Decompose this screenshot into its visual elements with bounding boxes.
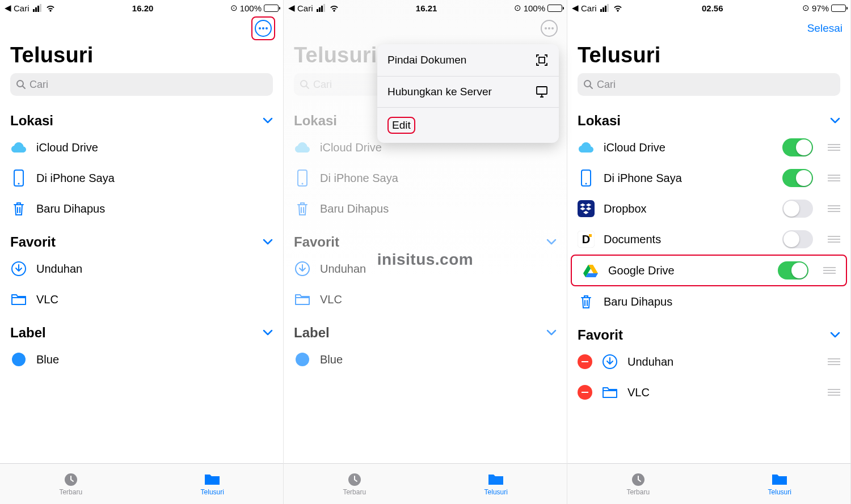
signal-icon (33, 4, 41, 12)
section-lokasi-header[interactable]: Lokasi (567, 103, 850, 132)
row-unduhan[interactable]: Unduhan (0, 253, 283, 284)
back-app-label[interactable]: Cari (581, 3, 597, 13)
back-app-label[interactable]: Cari (297, 3, 313, 13)
folder-tab-icon (487, 472, 504, 487)
toggle-iphone[interactable] (782, 169, 813, 187)
gdrive-icon (582, 262, 599, 279)
search-placeholder: Cari (30, 79, 48, 91)
screen-3: ◀ Cari 02.56 ⊙ 97% Selesai Telusuri Cari… (567, 0, 851, 504)
drag-handle-icon[interactable] (828, 175, 840, 181)
search-placeholder: Cari (313, 79, 332, 91)
toggle-gdrive[interactable] (778, 261, 808, 279)
iphone-icon (10, 170, 27, 187)
row-vlc[interactable]: VLC (0, 284, 283, 315)
row-tag-blue[interactable]: Blue (0, 344, 283, 375)
tab-terbaru[interactable]: Terbaru (284, 464, 426, 504)
section-lokasi-header[interactable]: Lokasi (0, 103, 283, 132)
row-icloud[interactable]: iCloud Drive (567, 132, 850, 163)
navbar (284, 16, 567, 41)
drag-handle-icon[interactable] (828, 389, 840, 396)
trash-icon (578, 293, 595, 310)
section-favorit-header[interactable]: Favorit (0, 224, 283, 253)
row-dropbox[interactable]: Dropbox (567, 193, 850, 224)
remove-button[interactable] (578, 385, 592, 400)
chevron-down-icon (263, 117, 273, 124)
chevron-down-icon (546, 329, 557, 336)
svg-point-9 (302, 183, 304, 185)
svg-rect-18 (578, 200, 595, 217)
chevron-down-icon (263, 329, 273, 336)
rotation-lock-icon: ⊙ (802, 3, 810, 13)
trash-icon (10, 200, 27, 217)
back-chevron-icon[interactable]: ◀ (288, 3, 295, 13)
row-iphone[interactable]: Di iPhone Saya (567, 163, 850, 193)
trash-icon (294, 200, 311, 217)
row-unduhan[interactable]: Unduhan (567, 346, 850, 377)
popup-scan[interactable]: Pindai Dokumen (377, 44, 559, 77)
server-icon (535, 86, 549, 98)
back-app-label[interactable]: Cari (14, 3, 30, 13)
icloud-icon (10, 139, 27, 156)
row-iphone[interactable]: Di iPhone Saya (284, 163, 567, 193)
iphone-icon (294, 170, 311, 187)
row-trash[interactable]: Baru Dihapus (0, 193, 283, 224)
row-trash[interactable]: Baru Dihapus (567, 286, 850, 317)
remove-button[interactable] (578, 354, 592, 369)
rotation-lock-icon: ⊙ (514, 3, 521, 13)
svg-point-17 (585, 183, 587, 185)
search-input[interactable]: Cari (578, 73, 840, 96)
row-tag-blue[interactable]: Blue (284, 344, 567, 375)
folder-tab-icon (771, 472, 788, 487)
drag-handle-icon[interactable] (828, 236, 840, 243)
drag-handle-icon[interactable] (828, 205, 840, 212)
svg-rect-12 (537, 87, 547, 94)
svg-rect-11 (539, 57, 545, 63)
row-vlc[interactable]: VLC (567, 377, 850, 408)
scan-icon (535, 53, 549, 67)
folder-icon (294, 291, 311, 308)
section-favorit-header[interactable]: Favorit (567, 317, 850, 346)
toggle-dropbox[interactable] (782, 200, 813, 218)
chevron-down-icon (546, 239, 557, 245)
navbar: Selesai (567, 16, 850, 41)
drag-handle-icon[interactable] (823, 267, 836, 274)
clock-icon (62, 472, 79, 487)
popup-edit[interactable]: Edit (377, 108, 559, 143)
folder-icon (10, 291, 27, 308)
more-button[interactable] (254, 19, 273, 38)
section-favorit-header[interactable]: Favorit (284, 224, 567, 253)
tab-telusuri[interactable]: Telusuri (142, 464, 284, 504)
more-button[interactable] (540, 19, 559, 38)
tab-telusuri[interactable]: Telusuri (709, 464, 851, 504)
more-popup: Pindai Dokumen Hubungkan ke Server Edit (377, 44, 559, 143)
tab-terbaru[interactable]: Terbaru (567, 464, 709, 504)
drag-handle-icon[interactable] (828, 144, 840, 151)
row-vlc[interactable]: VLC (284, 284, 567, 315)
dropbox-icon (578, 200, 595, 217)
toggle-documents[interactable] (782, 230, 813, 248)
done-button[interactable]: Selesai (807, 22, 842, 35)
tag-blue-icon (10, 351, 27, 368)
navbar (0, 16, 283, 41)
section-label-header[interactable]: Label (0, 315, 283, 344)
status-bar: ◀ Cari 16.20 ⊙ 100% (0, 0, 283, 16)
tab-telusuri[interactable]: Telusuri (426, 464, 567, 504)
back-chevron-icon[interactable]: ◀ (5, 3, 11, 13)
popup-server[interactable]: Hubungkan ke Server (377, 77, 559, 108)
section-label-header[interactable]: Label (284, 315, 567, 344)
battery-text: 100% (240, 3, 262, 13)
row-iphone[interactable]: Di iPhone Saya (0, 163, 283, 193)
clock-icon (630, 472, 647, 487)
row-documents[interactable]: DDocuments (567, 224, 850, 255)
drag-handle-icon[interactable] (828, 358, 840, 365)
tab-terbaru[interactable]: Terbaru (0, 464, 142, 504)
row-icloud[interactable]: iCloud Drive (0, 132, 283, 163)
row-trash[interactable]: Baru Dihapus (284, 193, 567, 224)
tab-bar: Terbaru Telusuri (284, 463, 567, 504)
search-input[interactable]: Cari (10, 73, 273, 96)
toggle-icloud[interactable] (782, 138, 813, 156)
row-gdrive-highlight[interactable]: Google Drive (571, 255, 847, 286)
signal-icon (317, 4, 325, 12)
back-chevron-icon[interactable]: ◀ (572, 3, 579, 13)
rotation-lock-icon: ⊙ (230, 3, 238, 13)
